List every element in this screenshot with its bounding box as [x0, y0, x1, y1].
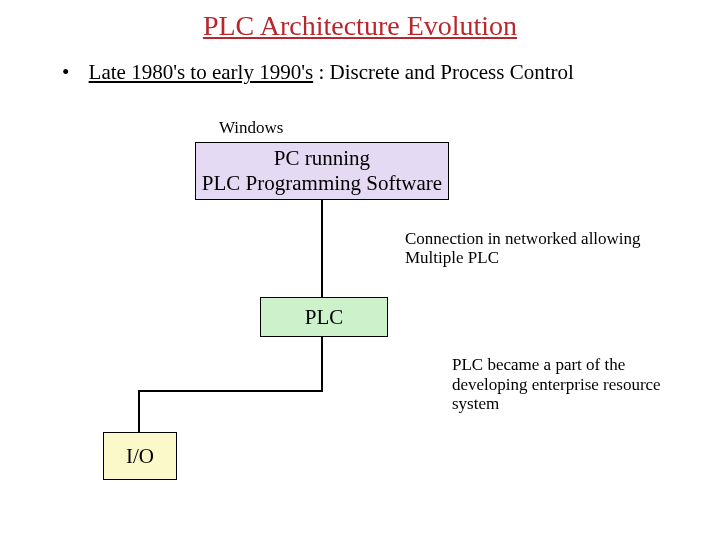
connector-to-io — [138, 390, 140, 432]
windows-label: Windows — [219, 118, 283, 138]
connector-pc-plc — [321, 200, 323, 297]
note-network-l1: Connection in networked allowing — [405, 230, 655, 249]
io-box-label: I/O — [104, 444, 176, 469]
plc-box: PLC — [260, 297, 388, 337]
pc-box-line1: PC running — [196, 146, 448, 171]
pc-box-line2: PLC Programming Software — [196, 171, 448, 196]
connector-plc-down — [321, 337, 323, 392]
note-network-l2: Multiple PLC — [405, 249, 655, 268]
era-bullet: • Late 1980's to early 1990's : Discrete… — [62, 60, 574, 85]
era-desc: Discrete and Process Control — [329, 60, 573, 84]
note-network: Connection in networked allowing Multipl… — [405, 230, 655, 267]
bullet-dot: • — [62, 60, 69, 84]
note-enterprise: PLC became a part of the developing ente… — [452, 355, 672, 414]
connector-horiz — [138, 390, 323, 392]
io-box: I/O — [103, 432, 177, 480]
plc-box-label: PLC — [261, 305, 387, 330]
era-sep: : — [313, 60, 329, 84]
page-title: PLC Architecture Evolution — [0, 10, 720, 42]
pc-box: PC running PLC Programming Software — [195, 142, 449, 200]
era-label: Late 1980's to early 1990's — [89, 60, 314, 84]
